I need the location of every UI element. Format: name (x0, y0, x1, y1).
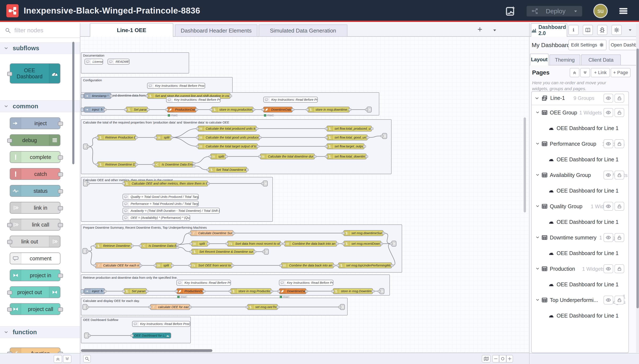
flow-node-comment[interactable]: Key Instructions: Read Before Proceeding (166, 97, 221, 102)
flow-tab-3[interactable]: Simulated Data Generation (259, 24, 347, 37)
output-port[interactable] (276, 306, 279, 308)
output-port[interactable] (207, 182, 210, 185)
tree-group-row[interactable]: Availability Group1 Widgets (532, 168, 628, 183)
input-port[interactable] (190, 250, 193, 253)
tree-expand-all-button[interactable] (580, 68, 590, 77)
output-port[interactable] (252, 108, 255, 111)
info-tab-button[interactable]: i (568, 25, 578, 35)
flow-canvas[interactable]: DocumentationConfigurationRetrieve produ… (80, 23, 529, 364)
input-port[interactable] (342, 242, 345, 245)
palette-node-projectin[interactable]: project in (10, 270, 61, 281)
output-port[interactable] (58, 274, 63, 278)
inject-button[interactable] (81, 94, 84, 98)
flow-node-join[interactable]: Combine the data back into an array. (284, 241, 337, 246)
output-port[interactable] (58, 122, 63, 126)
visibility-toggle-button[interactable] (603, 94, 613, 102)
output-port[interactable] (189, 306, 192, 308)
output-port[interactable] (305, 290, 308, 292)
flow-node-change[interactable]: Retrieve Downtime Data (95, 243, 132, 249)
output-port[interactable] (86, 250, 89, 252)
tree-group-row[interactable]: Production1 Widgets (532, 262, 628, 277)
output-port[interactable] (382, 232, 385, 234)
lock-toggle-button[interactable] (614, 202, 624, 211)
input-port[interactable] (325, 156, 328, 158)
palette-section-common[interactable]: common (0, 100, 80, 112)
input-port[interactable] (209, 156, 212, 158)
palette-node-comment[interactable]: comment (10, 252, 61, 264)
output-port[interactable] (87, 182, 90, 185)
lock-toggle-button[interactable] (614, 108, 624, 117)
visibility-toggle-button[interactable] (603, 264, 613, 273)
input-port[interactable] (139, 245, 142, 247)
flow-node-linkout[interactable] (263, 180, 268, 186)
output-port-2[interactable] (192, 165, 195, 168)
palette-section-subflows[interactable]: subflows (0, 42, 80, 54)
flow-node-change[interactable]: Calculate OEE and other metrics, then st… (124, 180, 208, 186)
output-port[interactable] (195, 108, 198, 111)
flow-node-func[interactable]: fCalculate Downtime Summery (190, 230, 233, 236)
input-port[interactable] (165, 108, 168, 111)
output-port-1[interactable] (176, 244, 179, 246)
palette-node-status[interactable]: status (10, 185, 61, 197)
input-port[interactable] (279, 264, 282, 267)
input-port[interactable] (246, 306, 249, 308)
output-port[interactable] (229, 95, 232, 97)
input-port[interactable] (258, 156, 261, 158)
palette-scrollbar[interactable] (72, 42, 74, 164)
flow-node-linkin[interactable] (83, 144, 88, 150)
output-port[interactable] (256, 145, 259, 148)
output-port[interactable] (202, 290, 205, 292)
flow-node-comment[interactable]: Key Instructions: Read Before Proceeding (279, 280, 334, 286)
flow-node-change[interactable]: set msg.topUnderPerformingMachines (338, 262, 392, 268)
output-port[interactable] (88, 334, 91, 337)
dashboard-tab-client-data[interactable]: Client Data (581, 54, 621, 66)
tree-widget-row[interactable]: OEE Dashboard for Line 1 (532, 183, 628, 199)
output-port-1[interactable] (192, 162, 195, 165)
flow-node-inject[interactable]: timestamp ¹ (84, 93, 111, 99)
output-port[interactable] (58, 172, 63, 176)
palette-node-inject[interactable]: inject (10, 118, 61, 129)
visibility-toggle-button[interactable] (603, 233, 613, 242)
lock-toggle-button[interactable] (614, 264, 624, 273)
visibility-toggle-button[interactable] (603, 170, 613, 180)
flow-node-linkout[interactable] (340, 304, 345, 310)
flow-node-linkout[interactable] (391, 241, 396, 246)
flow-node-join[interactable]: Combine the data back into an array. (281, 262, 334, 268)
flow-node-comment[interactable]: Key Instructions: Read Before Proceeding (263, 97, 318, 102)
hamburger-menu-icon[interactable] (617, 6, 629, 16)
input-port[interactable] (175, 290, 178, 292)
input-port[interactable] (261, 182, 264, 185)
flow-node-change[interactable]: Set Total Downtime to 0 (208, 167, 247, 173)
flow-node-comment[interactable]: OEE = (Availability) * (Performance) * (… (123, 215, 190, 221)
zoom-reset-button[interactable] (499, 355, 506, 362)
flow-node-switch[interactable]: Is Downtime Data Empty? (141, 243, 177, 249)
chevron-down-icon[interactable] (535, 297, 540, 302)
lock-toggle-button[interactable] (614, 233, 624, 242)
input-port[interactable] (96, 136, 99, 139)
input-port[interactable] (262, 108, 264, 111)
input-port[interactable] (378, 290, 381, 292)
input-port[interactable] (190, 242, 193, 245)
flow-node-change[interactable]: Retrieve Downtime Data (97, 162, 136, 168)
chevron-down-icon[interactable] (535, 266, 540, 271)
help-tab-button[interactable] (583, 25, 593, 35)
flow-node-func[interactable]: fcalculate OEE for each day (150, 304, 190, 310)
flow-node-change[interactable]: Set Recent Downtime & Downtime summery t… (191, 249, 255, 255)
output-port[interactable] (135, 136, 138, 139)
canvas-hscrollbar[interactable] (81, 349, 212, 352)
flow-node-calc[interactable]: Calculate the total good units produced … (198, 134, 260, 140)
input-port[interactable] (306, 108, 309, 111)
tree-widget-row[interactable]: OEE Dashboard for Line 1 (532, 152, 628, 168)
dashboard-tab-layout[interactable]: Layout (530, 54, 549, 66)
ai-flow-button[interactable] (505, 5, 517, 17)
input-port[interactable] (390, 242, 393, 245)
flow-node-change[interactable]: set flow.total_produced_units (327, 126, 372, 132)
tree-widget-row[interactable]: OEE Dashboard for Line 1 (532, 308, 628, 324)
inject-button[interactable] (81, 289, 84, 294)
palette-section-function[interactable]: function (0, 326, 80, 338)
tree-widget-row[interactable]: OEE Dashboard for Line 1 (532, 246, 628, 262)
flow-node-comment[interactable]: Key Instructions: Read Before Proceeding (176, 280, 231, 286)
flow-node-http[interactable]: ProductionData (167, 106, 196, 112)
flow-list-caret-icon[interactable] (492, 28, 497, 33)
output-port[interactable] (363, 145, 366, 148)
